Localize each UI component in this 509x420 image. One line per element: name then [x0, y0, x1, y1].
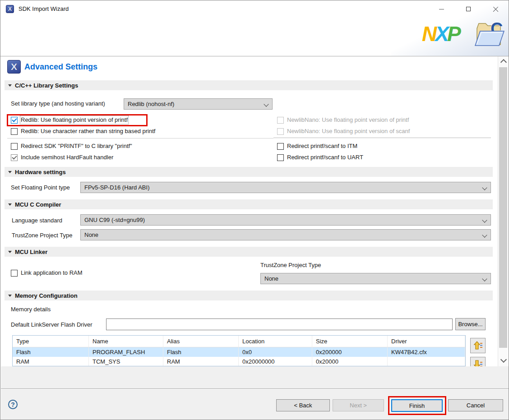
nxp-letter-p: P [447, 22, 459, 46]
checkbox-redlib-float-printf[interactable]: Redlib: Use floating point version of pr… [11, 116, 128, 124]
checkbox-checked-icon [11, 117, 18, 124]
collapse-triangle-icon [8, 251, 12, 253]
checkbox-redirect-uart[interactable]: Redirect printf/scanf to UART [277, 154, 363, 161]
floating-point-value: FPv5-SP-D16 (Hard ABI) [84, 184, 150, 191]
advanced-settings-icon: X [7, 60, 21, 74]
column-header-name[interactable]: Name [89, 336, 163, 347]
linker-trustzone-value: None [264, 275, 278, 282]
table-row-ram[interactable]: RAM TCM_SYS RAM 0x20000000 0x20000 [13, 357, 465, 366]
window-title: SDK Import Wizard [19, 5, 69, 12]
memory-details-label: Memory details [11, 306, 51, 313]
section-title: MCU Linker [15, 249, 47, 255]
chevron-down-icon [482, 185, 487, 190]
checkbox-unchecked-icon [11, 270, 18, 277]
content-footer-spacer [1, 366, 509, 389]
back-button[interactable]: < Back [276, 399, 330, 411]
checkbox-label: Redirect printf/scanf to ITM [287, 143, 357, 150]
cell-driver: KW47B42.cfx [388, 347, 465, 357]
app-icon: X [6, 5, 14, 13]
checkbox-label: NewlibNano: Use floating point version o… [287, 128, 410, 135]
finish-button-label: Finish [409, 402, 425, 409]
collapse-triangle-icon [8, 203, 12, 206]
library-type-dropdown[interactable]: Redlib (nohost-nf) [124, 98, 273, 110]
checkbox-unchecked-icon [11, 143, 18, 150]
compiler-trustzone-label: TrustZone Project Type [12, 232, 72, 239]
table-row-flash[interactable]: Flash PROGRAM_FLASH Flash 0x0 0x200000 K… [13, 347, 465, 357]
collapse-triangle-icon [8, 171, 12, 173]
checkbox-redirect-sdk-printf[interactable]: Redirect SDK "PRINTF" to C library "prin… [11, 143, 132, 150]
checkbox-include-semihost-hardfault[interactable]: Include semihost HardFault handler [11, 154, 113, 161]
collapse-triangle-icon [8, 295, 12, 297]
cell-name: TCM_SYS [89, 357, 163, 366]
back-button-label: < Back [294, 402, 312, 409]
cell-driver [388, 357, 465, 366]
checkbox-redirect-itm[interactable]: Redirect printf/scanf to ITM [277, 143, 357, 150]
section-library-settings[interactable]: C/C++ Library Settings [5, 80, 493, 90]
scrollbar-up-icon[interactable] [500, 59, 507, 65]
memory-table[interactable]: Type Name Alias Location Size Driver Fla… [12, 335, 466, 366]
checkbox-unchecked-icon [277, 154, 284, 161]
c-project-folder-icon: C [472, 18, 506, 51]
vertical-scrollbar[interactable] [498, 56, 508, 366]
cell-location: 0x20000000 [239, 357, 312, 366]
help-icon[interactable]: ? [8, 400, 18, 409]
column-header-size[interactable]: Size [312, 336, 388, 347]
finish-button[interactable]: Finish [391, 399, 443, 412]
flash-driver-input[interactable] [106, 318, 453, 330]
nxp-logo: NXP [422, 20, 459, 47]
section-title: MCU C Compiler [15, 201, 61, 208]
floating-point-dropdown[interactable]: FPv5-SP-D16 (Hard ABI) [80, 182, 491, 193]
browse-button-label: Browse... [458, 321, 482, 328]
checkbox-label: Redlib: Use floating point version of pr… [21, 116, 128, 124]
group-separator [7, 138, 273, 138]
column-header-alias[interactable]: Alias [163, 336, 239, 347]
checkbox-unchecked-icon [277, 128, 284, 135]
section-hardware-settings[interactable]: Hardware settings [5, 167, 493, 177]
checkbox-redlib-char-printf[interactable]: Redlib: Use character rather than string… [11, 128, 155, 135]
cell-type: RAM [13, 357, 89, 366]
move-down-button[interactable] [470, 357, 486, 366]
set-library-type-label: Set library type (and hosting variant) [11, 100, 105, 107]
checkbox-label: Redirect SDK "PRINTF" to C library "prin… [21, 143, 132, 150]
flash-driver-label: Default LinkServer Flash Driver [11, 321, 93, 328]
arrow-down-icon [473, 360, 483, 366]
nxp-letter-n: N [422, 22, 435, 46]
table-header-row: Type Name Alias Location Size Driver [13, 336, 465, 347]
cell-type: Flash [13, 347, 89, 357]
checkbox-newlibnano-float-printf: NewlibNano: Use floating point version o… [277, 116, 409, 124]
compiler-trustzone-dropdown[interactable]: None [80, 229, 491, 240]
section-memory-configuration[interactable]: Memory Configuration [5, 291, 493, 300]
checkbox-label: Include semihost HardFault handler [21, 154, 113, 161]
column-header-driver[interactable]: Driver [388, 336, 465, 347]
checkbox-unchecked-icon [277, 117, 284, 124]
chevron-down-icon [482, 276, 487, 281]
language-standard-value: GNU C99 (-std=gnu99) [84, 217, 145, 223]
language-standard-dropdown[interactable]: GNU C99 (-std=gnu99) [80, 214, 491, 226]
cancel-button[interactable]: Cancel [448, 399, 503, 411]
next-button-label: Next > [350, 402, 367, 409]
chevron-down-icon [264, 102, 268, 106]
compiler-trustzone-value: None [84, 231, 98, 238]
scrollbar-thumb[interactable] [499, 67, 507, 348]
section-mcu-c-compiler[interactable]: MCU C Compiler [5, 199, 493, 209]
cancel-button-label: Cancel [467, 402, 485, 409]
column-header-type[interactable]: Type [13, 336, 89, 347]
checkbox-link-application-to-ram[interactable]: Link application to RAM [11, 269, 83, 277]
checkbox-unchecked-icon [277, 143, 284, 150]
section-mcu-linker[interactable]: MCU Linker [5, 247, 493, 257]
checkbox-label: Redirect printf/scanf to UART [287, 154, 363, 161]
section-title: C/C++ Library Settings [15, 82, 78, 89]
cell-size: 0x200000 [312, 347, 388, 357]
linker-trustzone-dropdown[interactable]: None [260, 273, 491, 284]
button-bar: ? < Back Next > Finish Cancel [1, 389, 509, 420]
cell-location: 0x0 [239, 347, 312, 357]
checkbox-label: NewlibNano: Use floating point version o… [287, 116, 409, 124]
scrollbar-down-icon[interactable] [500, 356, 507, 363]
move-up-button[interactable] [470, 338, 486, 353]
browse-button[interactable]: Browse... [455, 318, 486, 330]
column-header-location[interactable]: Location [239, 336, 312, 347]
language-standard-label: Language standard [12, 217, 62, 224]
cell-alias: RAM [163, 357, 239, 366]
nxp-letter-x: X [435, 22, 447, 46]
wizard-header: NXP C [0, 18, 509, 56]
